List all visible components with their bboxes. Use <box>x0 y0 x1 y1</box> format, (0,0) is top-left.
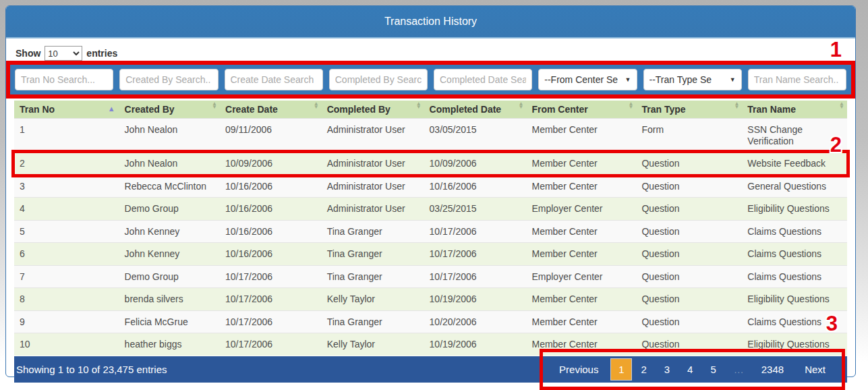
table-cell: Demo Group <box>119 198 220 221</box>
completed-date-search-input[interactable] <box>434 69 532 90</box>
table-cell: 7 <box>14 265 119 288</box>
column-header-label: From Center <box>531 104 587 115</box>
column-header-tran-type[interactable]: Tran Type▲▼ <box>636 101 742 119</box>
transaction-history-panel: Transaction History Show 10 entries --Fr… <box>5 5 856 377</box>
page-button-2348[interactable]: 2348 <box>753 358 792 381</box>
table-cell: Kelly Taylor <box>322 333 424 356</box>
table-cell: 10/17/2006 <box>220 333 322 356</box>
table-cell: Question <box>636 175 742 198</box>
show-entries-label-before: Show <box>16 48 40 59</box>
table-cell: 5 <box>14 220 119 243</box>
table-row[interactable]: 8brenda silvers10/17/2006Kelly Taylor10/… <box>14 288 847 311</box>
page-button-5[interactable]: 5 <box>701 358 724 381</box>
from-center-select[interactable]: --From Center Se▼ <box>538 69 637 90</box>
table-cell: 10/19/2006 <box>424 288 527 311</box>
table-cell: Member Center <box>526 119 636 152</box>
table-cell: 10/09/2006 <box>220 152 322 175</box>
next-page-button[interactable]: Next <box>792 358 838 381</box>
table-cell: Eligibility Questions <box>742 333 847 356</box>
transaction-table: Tran No▲Created By▲▼Create Date▲▼Complet… <box>14 101 847 356</box>
column-header-label: Tran Name <box>747 104 796 115</box>
page-title: Transaction History <box>384 16 477 28</box>
table-cell: Eligibility Questions <box>742 198 847 221</box>
sort-both-icon: ▲▼ <box>839 103 844 109</box>
table-cell: Tina Granger <box>322 310 424 333</box>
previous-page-button[interactable]: Previous <box>547 358 610 381</box>
table-cell: Member Center <box>526 333 636 356</box>
table-cell: Member Center <box>526 175 636 198</box>
table-cell: 10/16/2006 <box>424 175 527 198</box>
table-row[interactable]: 9Felicia McGrue10/17/2006Tina Granger10/… <box>14 310 847 333</box>
column-header-completed-by[interactable]: Completed By▲▼ <box>322 101 424 119</box>
pagination-ellipsis: … <box>725 358 753 381</box>
column-header-create-date[interactable]: Create Date▲▼ <box>220 101 322 119</box>
created-by-search-input[interactable] <box>119 69 218 90</box>
table-row[interactable]: 5John Kenney10/16/2006Tina Granger10/17/… <box>14 220 847 243</box>
table-cell: 4 <box>14 198 119 221</box>
tran-type-select[interactable]: --Tran Type Se▼ <box>643 69 742 90</box>
column-header-label: Tran Type <box>641 104 685 115</box>
page-button-2[interactable]: 2 <box>632 358 655 381</box>
table-cell: John Nealon <box>119 152 220 175</box>
column-header-label: Created By <box>125 104 175 115</box>
sort-both-icon: ▲▼ <box>734 103 739 109</box>
table-cell: 10 <box>14 333 119 356</box>
page-button-3[interactable]: 3 <box>656 358 678 381</box>
table-cell: Form <box>636 119 742 152</box>
column-header-label: Create Date <box>225 104 278 115</box>
table-cell: 8 <box>14 288 119 311</box>
table-cell: 10/16/2006 <box>220 243 322 266</box>
table-cell: 9 <box>14 310 119 333</box>
column-header-label: Completed Date <box>430 104 502 115</box>
table-cell: Claims Questions <box>742 243 847 266</box>
table-row[interactable]: 1John Nealon09/11/2006Administrator User… <box>14 119 847 152</box>
table-cell: Rebecca McClinton <box>119 175 220 198</box>
create-date-search-input[interactable] <box>225 69 323 90</box>
table-row[interactable]: 10heather biggs10/17/2006Kelly Taylor10/… <box>14 333 847 356</box>
table-cell: Tina Granger <box>322 265 424 288</box>
table-cell: 10/17/2006 <box>220 288 322 311</box>
table-row[interactable]: 4Demo Group10/16/2006Administrator User0… <box>14 198 847 221</box>
table-cell: Employer Center <box>526 265 636 288</box>
page-button-4[interactable]: 4 <box>678 358 701 381</box>
table-cell: John Kenney <box>119 243 220 266</box>
table-row[interactable]: 6John Kenney10/16/2006Tina Granger10/17/… <box>14 243 847 266</box>
tran-no-search-input[interactable] <box>15 69 113 90</box>
table-cell: 10/16/2006 <box>220 220 322 243</box>
table-cell: 10/17/2006 <box>424 243 527 266</box>
table-row[interactable]: 3Rebecca McClinton10/16/2006Administrato… <box>14 175 847 198</box>
table-cell: Administrator User <box>322 175 424 198</box>
column-header-completed-date[interactable]: Completed Date▲▼ <box>424 101 527 119</box>
completed-by-search-input[interactable] <box>329 69 428 90</box>
column-header-from-center[interactable]: From Center▲▼ <box>526 101 636 119</box>
table-cell: heather biggs <box>119 333 220 356</box>
page-button-1[interactable]: 1 <box>610 358 632 381</box>
show-entries-row: Show 10 entries <box>16 46 851 61</box>
column-header-label: Tran No <box>20 104 55 115</box>
table-cell: Website Feedback <box>742 152 847 175</box>
table-cell: 10/17/2006 <box>220 265 322 288</box>
sort-both-icon: ▲▼ <box>519 103 524 109</box>
table-cell: Administrator User <box>322 119 424 152</box>
table-row[interactable]: 2John Nealon10/09/2006Administrator User… <box>14 152 847 175</box>
column-header-tran-no[interactable]: Tran No▲ <box>14 101 119 119</box>
table-cell: Question <box>636 152 742 175</box>
table-cell: 10/17/2006 <box>220 310 322 333</box>
table-cell: Question <box>636 220 742 243</box>
column-header-created-by[interactable]: Created By▲▼ <box>119 101 220 119</box>
tran-name-search-input[interactable] <box>748 69 846 90</box>
table-cell: 3 <box>14 175 119 198</box>
table-cell: Tina Granger <box>322 220 424 243</box>
table-cell: Question <box>636 243 742 266</box>
table-cell: 03/05/2015 <box>424 119 527 152</box>
table-row[interactable]: 7Demo Group10/17/2006Tina Granger10/17/2… <box>14 265 847 288</box>
table-cell: brenda silvers <box>119 288 220 311</box>
column-header-tran-name[interactable]: Tran Name▲▼ <box>742 101 847 119</box>
page-length-select[interactable]: 10 <box>45 46 82 61</box>
table-header-row: Tran No▲Created By▲▼Create Date▲▼Complet… <box>14 101 847 119</box>
table-cell: Administrator User <box>322 198 424 221</box>
table-cell: 10/16/2006 <box>220 175 322 198</box>
table-cell: 03/25/2015 <box>424 198 527 221</box>
sort-both-icon: ▲▼ <box>416 103 422 109</box>
panel-title-bar: Transaction History <box>6 6 855 38</box>
